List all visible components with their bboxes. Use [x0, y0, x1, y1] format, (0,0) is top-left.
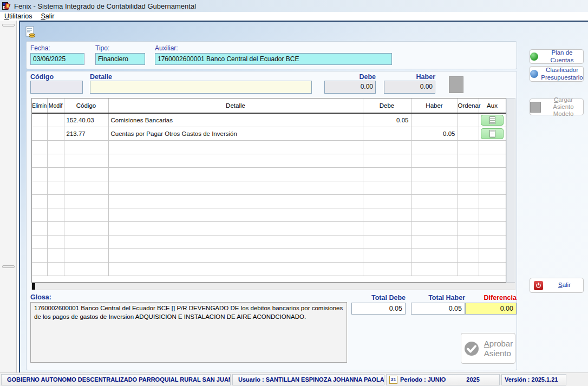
- glosa-textarea[interactable]: 1760002600001 Banco Central del Ecuador …: [30, 302, 347, 363]
- cell-elimin[interactable]: [32, 127, 47, 140]
- col-header-debe[interactable]: Debe: [363, 99, 411, 113]
- cell-codigo[interactable]: [64, 235, 108, 248]
- cell-haber[interactable]: [411, 262, 458, 276]
- cell-ordenar[interactable]: [458, 208, 479, 221]
- cell-modif[interactable]: [47, 235, 64, 248]
- cell-codigo[interactable]: [64, 181, 108, 194]
- cell-detalle[interactable]: [108, 181, 363, 194]
- cell-detalle[interactable]: [108, 154, 363, 167]
- cell-modif[interactable]: [47, 154, 64, 167]
- cell-detalle[interactable]: [108, 167, 363, 181]
- cell-haber[interactable]: 0.05: [411, 127, 458, 140]
- panel-grip-top[interactable]: [2, 24, 15, 27]
- cell-haber[interactable]: [411, 235, 458, 248]
- cell-debe[interactable]: 0.05: [363, 113, 411, 127]
- menu-utilitarios[interactable]: Utilitarios: [3, 12, 37, 20]
- col-header-elimin[interactable]: Elimin: [32, 99, 47, 113]
- cell-elimin[interactable]: [32, 262, 47, 276]
- cell-elimin[interactable]: [32, 181, 47, 194]
- clasificador-presupuestario-button[interactable]: Clasificador Presupuestario: [530, 66, 584, 82]
- table-row[interactable]: 152.40.03Comisiones Bancarias0.05: [32, 113, 506, 127]
- cell-modif[interactable]: [47, 167, 64, 181]
- cell-debe[interactable]: [363, 208, 411, 221]
- left-collapsed-panel[interactable]: [0, 21, 17, 372]
- col-header-código[interactable]: Código: [64, 99, 108, 113]
- cell-ordenar[interactable]: [458, 127, 479, 140]
- cell-ordenar[interactable]: [458, 181, 479, 194]
- cell-debe[interactable]: [363, 154, 411, 167]
- horizontal-scrollbar-thumb[interactable]: [32, 283, 35, 290]
- cell-codigo[interactable]: [64, 221, 108, 235]
- cell-debe[interactable]: [363, 235, 411, 248]
- cargar-asiento-modelo-button[interactable]: Cargar Asiento Modelo: [530, 99, 584, 115]
- cell-elimin[interactable]: [32, 248, 47, 262]
- cell-detalle[interactable]: [108, 140, 363, 154]
- cell-elimin[interactable]: [32, 167, 47, 181]
- cell-ordenar[interactable]: [458, 221, 479, 235]
- aux-row-button[interactable]: [481, 128, 504, 139]
- col-header-haber[interactable]: Haber: [411, 99, 458, 113]
- detalle-input[interactable]: [90, 81, 312, 94]
- cell-modif[interactable]: [47, 262, 64, 276]
- cell-detalle[interactable]: [108, 262, 363, 276]
- cell-detalle[interactable]: [108, 235, 363, 248]
- cell-haber[interactable]: [411, 167, 458, 181]
- cell-modif[interactable]: [47, 127, 64, 140]
- col-header-aux[interactable]: Aux: [479, 99, 506, 113]
- cell-haber[interactable]: [411, 181, 458, 194]
- cell-debe[interactable]: [363, 194, 411, 208]
- cell-codigo[interactable]: 213.77: [64, 127, 108, 140]
- cell-debe[interactable]: [363, 221, 411, 235]
- cell-modif[interactable]: [47, 113, 64, 127]
- cell-detalle[interactable]: Cuentas por Pagar Otros Gastos de Invers…: [108, 127, 363, 140]
- cell-detalle[interactable]: [108, 248, 363, 262]
- entry-extra-button[interactable]: [449, 76, 463, 93]
- salir-button[interactable]: Salir: [530, 278, 584, 293]
- auxiliar-field[interactable]: 1760002600001 Banco Central del Ecuador …: [155, 53, 392, 65]
- cell-detalle[interactable]: [108, 221, 363, 235]
- cell-modif[interactable]: [47, 140, 64, 154]
- cell-elimin[interactable]: [32, 221, 47, 235]
- cell-ordenar[interactable]: [458, 248, 479, 262]
- plan-de-cuentas-button[interactable]: Plan de Cuentas: [530, 49, 584, 64]
- cell-elimin[interactable]: [32, 140, 47, 154]
- document-with-coins-icon[interactable]: [25, 26, 36, 39]
- cell-codigo[interactable]: [64, 208, 108, 221]
- aux-row-button[interactable]: [481, 115, 504, 126]
- cell-debe[interactable]: [363, 140, 411, 154]
- cell-ordenar[interactable]: [458, 194, 479, 208]
- vertical-scrollbar[interactable]: [506, 98, 515, 283]
- cell-detalle[interactable]: Comisiones Bancarias: [108, 113, 363, 127]
- cell-modif[interactable]: [47, 181, 64, 194]
- tipo-field[interactable]: Financiero: [95, 53, 145, 65]
- cell-ordenar[interactable]: [458, 167, 479, 181]
- cell-ordenar[interactable]: [458, 140, 479, 154]
- codigo-input[interactable]: [30, 81, 83, 94]
- cell-elimin[interactable]: [32, 235, 47, 248]
- col-header-modif[interactable]: Modif: [47, 99, 64, 113]
- cell-debe[interactable]: [363, 262, 411, 276]
- cell-codigo[interactable]: 152.40.03: [64, 113, 108, 127]
- horizontal-scrollbar[interactable]: [31, 283, 515, 290]
- panel-grip-bottom[interactable]: [2, 265, 15, 268]
- fecha-field[interactable]: 03/06/2025: [30, 53, 84, 65]
- cell-ordenar[interactable]: [458, 235, 479, 248]
- cell-codigo[interactable]: [64, 248, 108, 262]
- cell-haber[interactable]: [411, 221, 458, 235]
- cell-codigo[interactable]: [64, 140, 108, 154]
- cell-haber[interactable]: [411, 208, 458, 221]
- cell-codigo[interactable]: [64, 262, 108, 276]
- cell-haber[interactable]: [411, 248, 458, 262]
- cell-modif[interactable]: [47, 221, 64, 235]
- col-header-ordenar[interactable]: Ordenar: [458, 99, 479, 113]
- cell-elimin[interactable]: [32, 194, 47, 208]
- cell-ordenar[interactable]: [458, 154, 479, 167]
- cell-codigo[interactable]: [64, 154, 108, 167]
- cell-modif[interactable]: [47, 194, 64, 208]
- haber-field[interactable]: 0.00: [384, 81, 435, 94]
- menu-salir[interactable]: Salir: [40, 12, 60, 20]
- cell-debe[interactable]: [363, 248, 411, 262]
- debe-field[interactable]: 0.00: [324, 81, 376, 94]
- cell-detalle[interactable]: [108, 208, 363, 221]
- cell-debe[interactable]: [363, 127, 411, 140]
